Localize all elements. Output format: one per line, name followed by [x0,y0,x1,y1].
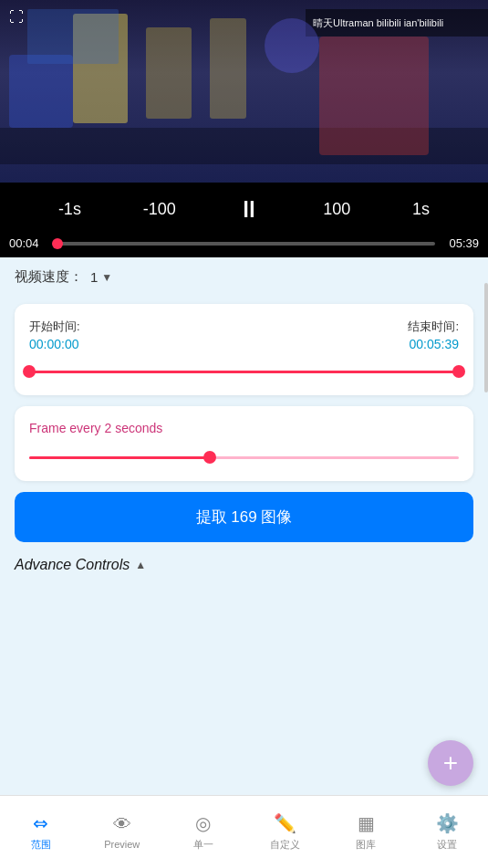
range-fill [29,371,459,373]
time-range-card: 开始时间: 00:00:00 结束时间: 00:05:39 [15,304,473,395]
time-labels: 开始时间: 00:00:00 结束时间: 00:05:39 [29,319,459,351]
frame-card: Frame every 2 seconds [15,406,473,481]
range-thumb-right[interactable] [452,365,465,378]
end-time-group: 结束时间: 00:05:39 [408,319,459,351]
nav-label-single: 单一 [193,838,213,852]
speed-dropdown-arrow: ▼ [101,271,112,284]
nav-item-preview[interactable]: 👁 Preview [81,796,162,868]
bottom-nav: ⇔ 范围 👁 Preview ◎ 单一 ✏️ 自定义 ▦ 图库 ⚙️ 设置 [0,795,488,868]
custom-icon: ✏️ [274,812,296,834]
extract-button[interactable]: 提取 169 图像 [15,492,473,542]
progress-track[interactable] [53,242,435,246]
skip-back-1s-button[interactable]: -1s [58,200,81,219]
frame-fill [29,456,210,459]
start-time-group: 开始时间: 00:00:00 [29,319,80,351]
nav-label-custom: 自定义 [270,838,300,852]
skip-back-100-button[interactable]: -100 [143,200,176,219]
start-time-label: 开始时间: [29,319,80,335]
advance-controls-label: Advance Controls [15,557,130,573]
nav-label-preview: Preview [104,839,140,850]
nav-label-settings: 设置 [437,838,457,852]
nav-item-range[interactable]: ⇔ 范围 [0,796,81,868]
speed-label: 视频速度： [15,268,83,286]
advance-controls-row[interactable]: Advance Controls ▲ [15,557,473,573]
end-time-value: 00:05:39 [408,337,459,351]
main-content: 开始时间: 00:00:00 结束时间: 00:05:39 Frame ever… [0,297,488,595]
advance-controls-arrow: ▲ [135,559,146,571]
frame-slider[interactable] [29,448,459,466]
nav-label-range: 范围 [31,838,51,852]
skip-forward-100-button[interactable]: 100 [323,200,350,219]
progress-thumb[interactable] [52,238,63,249]
start-time-value: 00:00:00 [29,337,80,351]
nav-item-gallery[interactable]: ▦ 图库 [326,796,407,868]
range-thumb-left[interactable] [23,365,36,378]
frame-track [29,456,459,459]
page-wrapper: 晴天Ultraman bilibili ian'bilibili ⛶ -1s -… [0,0,488,868]
progress-bar-row: 00:04 05:39 [0,236,488,257]
speed-selector[interactable]: 1 ▼ [90,269,112,285]
time-current: 00:04 [9,236,46,250]
frame-label: Frame every 2 seconds [29,421,459,435]
fab-button[interactable]: + [428,740,473,786]
nav-item-settings[interactable]: ⚙️ 设置 [407,796,488,868]
end-time-label: 结束时间: [408,319,459,335]
range-slider[interactable] [29,362,459,381]
fullscreen-icon[interactable]: ⛶ [9,9,24,26]
nav-item-single[interactable]: ◎ 单一 [162,796,244,868]
range-track [29,371,459,373]
nav-item-custom[interactable]: ✏️ 自定义 [244,796,326,868]
nav-label-gallery: 图库 [356,838,376,852]
video-overlay-text: 晴天Ultraman bilibili ian'bilibili [313,16,443,30]
speed-row: 视频速度： 1 ▼ [0,257,488,297]
pause-button[interactable]: ⏸ [237,195,261,224]
controls-row: -1s -100 ⏸ 100 1s [0,183,488,236]
settings-icon: ⚙️ [436,812,459,834]
video-placeholder: 晴天Ultraman bilibili ian'bilibili [0,0,488,183]
frame-thumb[interactable] [203,451,216,464]
scrollbar [484,283,488,392]
time-total: 05:39 [442,236,479,250]
range-icon: ⇔ [33,812,48,834]
fab-icon: + [443,748,458,778]
gallery-icon: ▦ [358,812,375,834]
skip-forward-1s-button[interactable]: 1s [412,200,430,219]
preview-icon: 👁 [113,814,131,835]
video-area: 晴天Ultraman bilibili ian'bilibili ⛶ [0,0,488,183]
single-icon: ◎ [195,812,211,834]
speed-value: 1 [90,269,98,285]
